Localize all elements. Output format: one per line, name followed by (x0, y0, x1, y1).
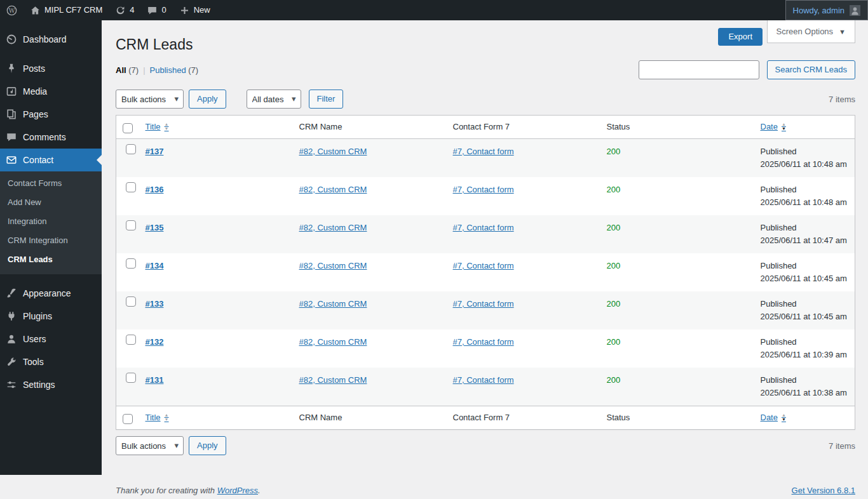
view-all-link[interactable]: All (7) (116, 65, 139, 75)
sort-date-link[interactable]: Date▲▼ (761, 121, 786, 133)
publish-state: Published (761, 147, 797, 156)
footer-thanks: Thank you for creating with WordPress. (116, 486, 261, 495)
publish-date: 2025/06/11 at 10:45 am (761, 274, 847, 283)
row-checkbox[interactable] (126, 373, 136, 383)
sliders-icon (5, 378, 18, 391)
sidebar-item-posts[interactable]: Posts (0, 57, 102, 80)
select-all-checkbox-bottom[interactable] (123, 414, 133, 424)
new-content-menu[interactable]: New (173, 0, 217, 20)
column-footer-crm-name: CRM Name (293, 406, 447, 430)
column-footer-title: Title▲▼ (139, 406, 293, 430)
sidebar-item-settings[interactable]: Settings (0, 373, 102, 396)
sort-arrows-icon: ▲▼ (782, 123, 786, 131)
apply-button-bottom[interactable]: Apply (189, 436, 226, 455)
export-button[interactable]: Export (718, 28, 763, 46)
updates-menu[interactable]: 4 (109, 0, 140, 20)
get-version-link[interactable]: Get Version 6.8.1 (792, 486, 855, 495)
screen-options-button[interactable]: Screen Options ▼ (767, 20, 856, 43)
row-checkbox[interactable] (126, 182, 136, 192)
contact-form-link[interactable]: #7, Contact form (453, 299, 514, 309)
sidebar-item-crm-leads[interactable]: CRM Leads (0, 250, 102, 269)
crm-name-link[interactable]: #82, Custom CRM (299, 223, 367, 232)
sidebar-item-integration[interactable]: Integration (0, 212, 102, 231)
publish-state: Published (761, 299, 797, 309)
sidebar-item-add-new[interactable]: Add New (0, 193, 102, 212)
publish-date: 2025/06/11 at 10:48 am (761, 197, 847, 207)
row-checkbox[interactable] (126, 335, 136, 345)
date-filter-group: All dates Filter (247, 90, 344, 109)
sort-title-link[interactable]: Title▲▼ (146, 121, 169, 133)
lead-title-link[interactable]: #132 (146, 337, 164, 347)
media-icon (5, 85, 18, 98)
sidebar-item-contact[interactable]: Contact (0, 149, 102, 171)
view-published-link[interactable]: Published (7) (150, 65, 199, 75)
crm-name-link[interactable]: #82, Custom CRM (299, 337, 367, 347)
publish-date: 2025/06/11 at 10:45 am (761, 312, 847, 321)
sidebar-item-appearance[interactable]: Appearance (0, 282, 102, 305)
search-button[interactable]: Search CRM Leads (767, 60, 855, 79)
crm-name-link[interactable]: #82, Custom CRM (299, 147, 367, 156)
contact-form-link[interactable]: #7, Contact form (453, 337, 514, 347)
sidebar-label: Users (23, 333, 46, 345)
lead-title-link[interactable]: #137 (146, 147, 164, 156)
publish-state: Published (761, 185, 797, 194)
contact-submenu: Contact Forms Add New Integration CRM In… (0, 171, 102, 274)
crm-name-link[interactable]: #82, Custom CRM (299, 261, 367, 270)
status-value: 200 (607, 375, 621, 385)
table-header-row: Title▲▼ CRM Name Contact Form 7 Status D… (116, 116, 855, 139)
row-checkbox[interactable] (126, 220, 136, 230)
publish-date: 2025/06/11 at 10:47 am (761, 236, 847, 245)
sort-arrows-icon: ▲▼ (782, 413, 786, 422)
comments-count: 0 (161, 0, 166, 20)
lead-title-link[interactable]: #131 (146, 375, 164, 385)
row-checkbox[interactable] (126, 296, 136, 307)
lead-title-link[interactable]: #136 (146, 185, 164, 194)
dates-select[interactable]: All dates (247, 90, 301, 109)
sort-date-link-bottom[interactable]: Date▲▼ (761, 412, 786, 423)
dashboard-icon (5, 33, 18, 46)
sidebar-item-users[interactable]: Users (0, 328, 102, 350)
sidebar-item-tools[interactable]: Tools (0, 350, 102, 373)
bulk-actions-select-bottom[interactable]: Bulk actions (116, 436, 184, 455)
comments-menu[interactable]: 0 (140, 0, 172, 20)
apply-button[interactable]: Apply (189, 90, 226, 109)
sidebar-item-pages[interactable]: Pages (0, 103, 102, 126)
table-row: #131 #82, Custom CRM #7, Contact form 20… (116, 368, 855, 406)
publish-state: Published (761, 261, 797, 270)
lead-title-link[interactable]: #134 (146, 261, 164, 270)
sidebar-item-crm-integration[interactable]: CRM Integration (0, 231, 102, 250)
sidebar-item-media[interactable]: Media (0, 80, 102, 103)
status-value: 200 (607, 299, 621, 309)
sort-arrows-icon: ▲▼ (165, 123, 169, 131)
person-icon (5, 333, 18, 345)
site-name-menu[interactable]: MIPL CF7 CRM (24, 0, 109, 20)
sidebar-item-plugins[interactable]: Plugins (0, 305, 102, 328)
contact-form-link[interactable]: #7, Contact form (453, 375, 514, 385)
view-filters: All (7)|Published (7) (116, 65, 198, 75)
contact-form-link[interactable]: #7, Contact form (453, 261, 514, 270)
dates-select-wrap: All dates (247, 90, 301, 109)
search-input[interactable] (639, 60, 759, 79)
select-all-checkbox[interactable] (123, 123, 133, 133)
crm-name-link[interactable]: #82, Custom CRM (299, 185, 367, 194)
publish-state: Published (761, 375, 797, 385)
wordpress-link[interactable]: WordPress (217, 486, 258, 495)
crm-name-link[interactable]: #82, Custom CRM (299, 299, 367, 309)
sidebar-item-contact-forms[interactable]: Contact Forms (0, 174, 102, 193)
bulk-actions-select[interactable]: Bulk actions (116, 90, 184, 109)
contact-form-link[interactable]: #7, Contact form (453, 147, 514, 156)
crm-name-link[interactable]: #82, Custom CRM (299, 375, 367, 385)
sidebar-item-dashboard[interactable]: Dashboard (0, 28, 102, 51)
main-content: Export Screen Options ▼ CRM Leads All (7… (102, 20, 868, 499)
filter-button[interactable]: Filter (309, 90, 344, 109)
contact-form-link[interactable]: #7, Contact form (453, 223, 514, 232)
sort-title-link-bottom[interactable]: Title▲▼ (146, 412, 169, 423)
wordpress-logo-menu[interactable]: W (0, 0, 24, 20)
lead-title-link[interactable]: #135 (146, 223, 164, 232)
row-checkbox[interactable] (126, 144, 136, 154)
contact-form-link[interactable]: #7, Contact form (453, 185, 514, 194)
row-checkbox[interactable] (126, 258, 136, 269)
sidebar-item-comments[interactable]: Comments (0, 126, 102, 149)
lead-title-link[interactable]: #133 (146, 299, 164, 309)
account-menu[interactable]: Howdy, admin (785, 0, 868, 20)
